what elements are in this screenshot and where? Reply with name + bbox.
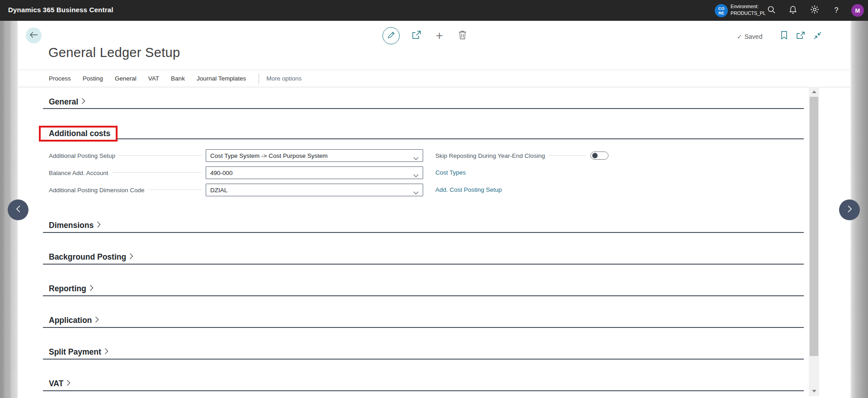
search-button[interactable] xyxy=(764,3,778,18)
chevron-right-icon xyxy=(129,253,133,261)
record-action-bar: + xyxy=(382,27,468,45)
popout-icon xyxy=(796,31,805,41)
edit-button[interactable] xyxy=(382,27,400,44)
share-button[interactable] xyxy=(410,30,422,42)
section-divider xyxy=(43,108,804,109)
delete-button[interactable] xyxy=(457,30,468,42)
section-header-dimensions[interactable]: Dimensions xyxy=(49,220,101,230)
save-status: ✓ Saved xyxy=(737,32,762,42)
next-record-button[interactable] xyxy=(839,199,860,220)
field-row: Additional Posting Dimension Code DZIAL xyxy=(49,184,423,196)
tab-bank[interactable]: Bank xyxy=(171,75,185,82)
section-label: General xyxy=(49,97,78,107)
share-icon xyxy=(411,30,422,42)
field-label: Skip Reposting During Year-End Closing xyxy=(435,152,545,159)
section-header-split-payment[interactable]: Split Payment xyxy=(49,347,108,357)
app-window: Dynamics 365 Business Central CO RE Envi… xyxy=(0,0,868,398)
collapse-arrows-icon xyxy=(813,31,822,42)
avatar-initial: M xyxy=(855,7,860,14)
scrollbar-thumb[interactable] xyxy=(810,97,818,356)
open-in-new-window-button[interactable] xyxy=(795,30,806,42)
tab-process[interactable]: Process xyxy=(49,75,71,82)
scrollbar-up-arrow[interactable] xyxy=(812,90,816,93)
add-cost-posting-setup-link[interactable]: Add. Cost Posting Setup xyxy=(435,186,502,193)
page-content: General Additional costs Additional Post… xyxy=(18,88,850,398)
more-options-button[interactable]: More options xyxy=(266,75,302,82)
section-label: Application xyxy=(49,316,92,325)
additional-posting-dimension-code-dropdown[interactable]: DZIAL xyxy=(206,184,423,196)
section-label: VAT xyxy=(49,379,63,389)
chevron-left-icon xyxy=(16,205,21,215)
collapse-view-button[interactable] xyxy=(812,30,823,42)
environment-label: Environment: xyxy=(731,3,766,10)
environment-badge[interactable]: CO RE xyxy=(715,4,728,17)
dotted-leader xyxy=(549,155,586,156)
chevron-down-icon xyxy=(413,189,419,196)
environment-info: Environment: PRODUCTS_PL xyxy=(731,3,766,17)
page-title: General Ledger Setup xyxy=(48,45,180,60)
chevron-down-icon xyxy=(413,172,419,179)
chevron-right-icon xyxy=(104,348,108,356)
saved-label: Saved xyxy=(745,33,763,40)
action-menu-bar: Process Posting General VAT Bank Journal… xyxy=(18,70,850,87)
page-utility-bar xyxy=(778,30,823,42)
chevron-right-icon xyxy=(66,379,71,388)
environment-name: PRODUCTS_PL xyxy=(731,10,766,17)
check-icon: ✓ xyxy=(737,33,742,40)
section-header-additional-costs[interactable]: Additional costs xyxy=(49,128,110,138)
section-label: Additional costs xyxy=(49,129,110,138)
field-row: Skip Reposting During Year-End Closing xyxy=(435,149,609,162)
section-divider xyxy=(43,138,804,139)
cost-types-link[interactable]: Cost Types xyxy=(435,169,466,176)
menu-separator xyxy=(259,73,259,84)
settings-button[interactable] xyxy=(807,3,822,18)
dropdown-value: Cost Type System -> Cost Purpose System xyxy=(210,152,328,159)
top-navigation-bar: Dynamics 365 Business Central CO RE Envi… xyxy=(0,0,868,21)
tab-vat[interactable]: VAT xyxy=(148,75,159,82)
notifications-button[interactable] xyxy=(786,3,800,18)
chevron-right-icon xyxy=(847,205,852,215)
dotted-leader xyxy=(149,190,202,190)
section-divider xyxy=(43,359,804,360)
previous-record-button[interactable] xyxy=(8,199,28,220)
section-label: Background Posting xyxy=(49,252,126,262)
toggle-knob xyxy=(592,153,598,158)
field-label: Additional Posting Setup xyxy=(49,152,115,159)
section-header-vat[interactable]: VAT xyxy=(49,379,71,389)
section-header-application[interactable]: Application xyxy=(49,315,99,325)
field-label: Additional Posting Dimension Code xyxy=(49,187,145,194)
help-button[interactable]: ? xyxy=(829,3,844,18)
app-brand[interactable]: Dynamics 365 Business Central xyxy=(8,6,113,14)
field-row: Balance Add. Account 490-000 xyxy=(49,166,423,179)
tab-general[interactable]: General xyxy=(115,75,137,82)
new-record-button[interactable]: + xyxy=(433,29,446,42)
section-label: Split Payment xyxy=(49,347,101,357)
section-header-background-posting[interactable]: Background Posting xyxy=(49,252,133,262)
avatar[interactable]: M xyxy=(851,4,864,17)
section-header-general[interactable]: General xyxy=(49,97,85,107)
dropdown-value: DZIAL xyxy=(210,187,227,194)
section-header-reporting[interactable]: Reporting xyxy=(49,284,94,294)
plus-icon: + xyxy=(436,29,443,42)
chevron-right-icon xyxy=(81,98,85,106)
section-divider xyxy=(43,390,804,391)
skip-reposting-toggle[interactable] xyxy=(590,152,609,160)
bookmark-button[interactable] xyxy=(778,30,789,42)
trash-icon xyxy=(458,30,467,42)
chevron-right-icon xyxy=(95,316,99,325)
section-label: Dimensions xyxy=(49,221,94,230)
section-divider xyxy=(43,264,804,265)
bell-icon xyxy=(789,5,797,16)
section-divider xyxy=(43,295,804,296)
tab-posting[interactable]: Posting xyxy=(83,75,103,82)
scrollbar-down-arrow[interactable] xyxy=(812,390,816,393)
balance-add-account-dropdown[interactable]: 490-000 xyxy=(206,166,423,179)
tab-journal-templates[interactable]: Journal Templates xyxy=(197,75,246,82)
additional-posting-setup-dropdown[interactable]: Cost Type System -> Cost Purpose System xyxy=(206,149,423,162)
pencil-icon xyxy=(387,31,395,41)
field-label: Balance Add. Account xyxy=(49,170,108,176)
chevron-down-icon xyxy=(413,155,419,161)
section-divider xyxy=(43,327,804,328)
back-button[interactable] xyxy=(26,28,42,43)
gear-icon xyxy=(810,5,819,16)
